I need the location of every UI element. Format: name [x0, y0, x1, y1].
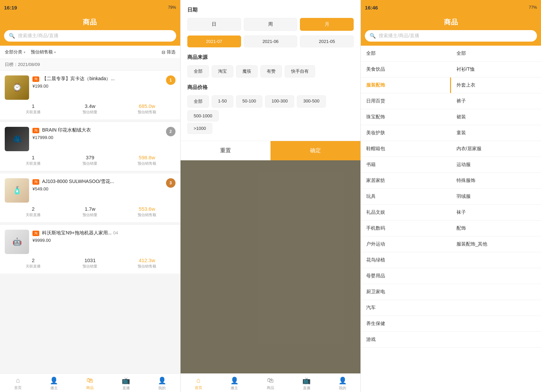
cat-right-11[interactable]: 配饰: [451, 221, 541, 236]
anchor-icon-2: 👤: [230, 376, 239, 385]
cat-left-2[interactable]: 服装配饰: [361, 77, 451, 93]
date-chip-1[interactable]: 2021-06: [244, 36, 298, 47]
panel-products: 16:19 79% 商品 🔍 搜索播主/商品/直播 全部分类 ▾ 预估销售额 ▾…: [0, 0, 180, 392]
cat-left-4[interactable]: 珠宝配饰: [361, 109, 451, 125]
sales-filter-btn[interactable]: 预估销售额 ▾: [31, 49, 56, 55]
modal-price-title: 商品价格: [187, 84, 354, 91]
date-chip-0[interactable]: 2021-07: [187, 36, 241, 47]
source-chip-2[interactable]: 魔筷: [236, 65, 258, 77]
period-tab-month[interactable]: 月: [300, 18, 354, 31]
cat-right-8[interactable]: 特殊服饰: [451, 173, 541, 188]
product-name-3: AJ103-8000 SULWHASOO/雪花...: [42, 179, 114, 184]
cat-left-9[interactable]: 玩具: [361, 189, 451, 204]
cat-left-14[interactable]: 母婴用品: [361, 268, 451, 284]
rank-label-4: 04: [113, 230, 118, 235]
cat-row-18: 游戏: [361, 332, 541, 348]
sales-arrow: ▾: [54, 50, 56, 54]
product-card-4[interactable]: 🤖 淘 科沃斯地宝N9+拖地机器人家用... 04 ¥9999.00 2 关联直…: [0, 225, 180, 274]
date-chip-2[interactable]: 2021-05: [300, 36, 354, 47]
panel-filter-modal: 16:46 77% 🔍 搜索播... 日期 日 周 月 2021-07 2021…: [180, 0, 361, 392]
search-bar-1[interactable]: 🔍 搜索播主/商品/直播: [4, 30, 176, 42]
nav-live-1[interactable]: 📺 直播: [108, 376, 144, 391]
cat-left-10[interactable]: 礼品文娱: [361, 205, 451, 220]
price-chip-1[interactable]: 1-50: [212, 95, 233, 108]
cat-row-14: 母婴用品: [361, 268, 541, 284]
price-chip-3[interactable]: 100-300: [265, 95, 294, 108]
modal-reset-btn[interactable]: 重置: [181, 141, 270, 160]
price-chip-6[interactable]: >1000: [187, 123, 213, 134]
source-chip-3[interactable]: 有赞: [260, 65, 282, 77]
modal-confirm-btn[interactable]: 确定: [270, 141, 360, 160]
cat-left-8[interactable]: 家居家纺: [361, 173, 451, 188]
stat-linked-lbl-2: 关联直播: [5, 161, 62, 166]
cat-right-5[interactable]: 童装: [451, 125, 541, 141]
cat-right-1[interactable]: 衬衫/T恤: [451, 62, 541, 77]
cat-left-5[interactable]: 美妆护肤: [361, 125, 451, 141]
product-card-3[interactable]: 🧴 淘 AJ103-8000 SULWHASOO/雪花... ¥549.00 3…: [0, 174, 180, 222]
product-card-2[interactable]: 🧥 淘 BRAIN 印花水貂绒大衣 ¥17999.00 2 1 关联直播 379: [0, 122, 180, 171]
nav-my-2[interactable]: 👤 我的: [325, 376, 361, 391]
cat-left-16[interactable]: 汽车: [361, 300, 451, 316]
source-chip-1[interactable]: 淘宝: [212, 65, 233, 77]
cat-left-17[interactable]: 养生保健: [361, 316, 451, 331]
cat-left-6[interactable]: 鞋帽箱包: [361, 141, 451, 157]
stat-amount-val-3: 553.6w: [118, 206, 175, 212]
period-tab-week[interactable]: 周: [244, 18, 298, 31]
stat-amount-val-4: 412.3w: [118, 257, 175, 263]
cat-right-0[interactable]: 全部: [451, 46, 541, 61]
cat-row-7: 书籍 运动服: [361, 157, 541, 173]
cat-left-3[interactable]: 日用百货: [361, 93, 451, 109]
price-chip-5[interactable]: 500-1000: [187, 110, 219, 121]
filter-label: 筛选: [167, 49, 175, 55]
stat-linked-lbl-3: 关联直播: [5, 212, 62, 217]
cat-left-0[interactable]: 全部: [361, 46, 451, 61]
cat-left-7[interactable]: 书籍: [361, 157, 451, 172]
category-filter-btn[interactable]: 全部分类 ▾: [5, 49, 25, 55]
source-chip-0[interactable]: 全部: [187, 65, 209, 77]
status-time-1: 16:19: [4, 5, 17, 10]
price-chip-2[interactable]: 50-100: [236, 95, 262, 108]
period-tab-day[interactable]: 日: [187, 18, 241, 31]
price-chip-row: 全部 1-50 50-100 100-300 300-500 500-1000: [187, 95, 354, 121]
cat-row-9: 玩具 羽绒服: [361, 189, 541, 205]
nav-home-2[interactable]: ⌂ 首页: [181, 376, 217, 391]
nav-anchor-2[interactable]: 👤 播主: [216, 376, 253, 391]
modal-source-title: 商品来源: [187, 54, 354, 61]
price-chip-4[interactable]: 300-500: [297, 95, 326, 108]
stat-count-4: 1031 预估销量: [62, 257, 118, 269]
nav-my-1[interactable]: 👤 我的: [144, 376, 180, 391]
cat-row-4: 珠宝配饰 裙装: [361, 109, 541, 125]
cat-left-15[interactable]: 厨卫家电: [361, 284, 451, 300]
product-source-2: 淘: [32, 128, 39, 133]
nav-goods-1[interactable]: 🛍 商品: [72, 376, 108, 391]
header-1: 商品 🔍 搜索播主/商品/直播: [0, 15, 180, 46]
nav-home-1[interactable]: ⌂ 首页: [0, 376, 36, 391]
cat-left-11[interactable]: 手机数码: [361, 221, 451, 236]
price-chip-0[interactable]: 全部: [187, 95, 209, 108]
source-chip-4[interactable]: 快手自有: [285, 65, 315, 77]
cat-right-4[interactable]: 裙装: [451, 109, 541, 125]
cat-right-9[interactable]: 羽绒服: [451, 189, 541, 204]
cat-right-10[interactable]: 袜子: [451, 205, 541, 220]
cat-left-1[interactable]: 美食饮品: [361, 62, 451, 77]
nav-home-label-1: 首页: [14, 385, 22, 390]
nav-live-2[interactable]: 📺 直播: [288, 376, 325, 391]
cat-right-6[interactable]: 内衣/居家服: [451, 141, 541, 157]
nav-anchor-1[interactable]: 👤 播主: [36, 376, 72, 391]
nav-goods-2[interactable]: 🛍 商品: [253, 376, 289, 391]
stat-linked-val-1: 1: [5, 103, 62, 109]
home-icon-1: ⌂: [16, 376, 20, 384]
product-card-1[interactable]: ⌚ 淘 【二晨专享】宾卡达（binkada）... ¥199.00 1 1 关联…: [0, 71, 180, 119]
search-bar-3[interactable]: 🔍 搜索播主/商品/直播: [365, 30, 537, 42]
filter-btn[interactable]: ⊟ 筛选: [162, 49, 175, 55]
cat-right-3[interactable]: 裤子: [451, 93, 541, 109]
cat-right-7[interactable]: 运动服: [451, 157, 541, 172]
cat-right-12[interactable]: 服装配饰_其他: [451, 236, 541, 252]
cat-right-2[interactable]: 外套上衣: [451, 77, 541, 93]
header-3: 商品 🔍 搜索播主/商品/直播: [361, 15, 541, 46]
cat-left-13[interactable]: 花鸟绿植: [361, 252, 451, 268]
cat-row-16: 汽车: [361, 300, 541, 316]
cat-left-18[interactable]: 游戏: [361, 332, 451, 347]
cat-left-12[interactable]: 户外运动: [361, 236, 451, 252]
stat-amount-lbl-1: 预估销售额: [118, 110, 175, 115]
